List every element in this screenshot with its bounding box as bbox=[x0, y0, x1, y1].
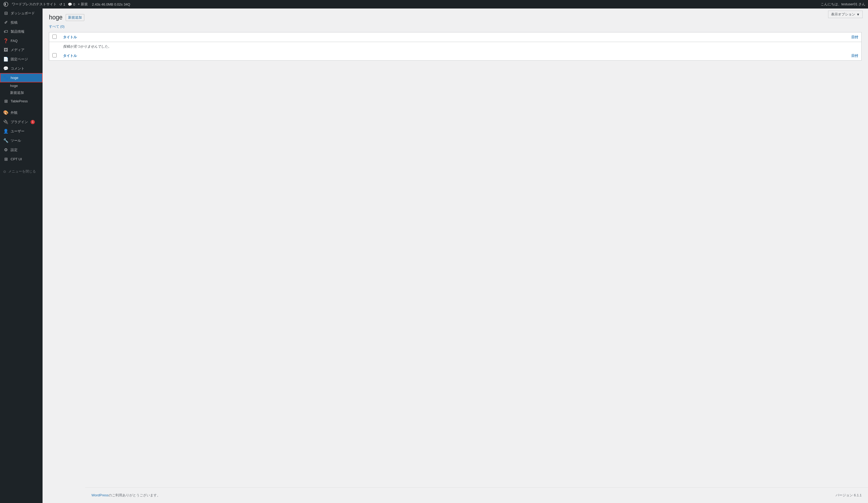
table-footer-date[interactable]: 日付 bbox=[541, 51, 861, 61]
users-icon: 👤 bbox=[3, 129, 9, 134]
posts-label: 投稿 bbox=[11, 20, 18, 25]
sidebar: ⊟ ダッシュボード ✐ 投稿 🏷 製品情報 ❓ FAQ 🖼 メディア 📄 固定ペ… bbox=[0, 9, 43, 503]
plugins-icon: 🔌 bbox=[3, 119, 9, 124]
sidebar-item-appearance[interactable]: 🎨 外観 bbox=[0, 108, 43, 117]
sidebar-item-settings[interactable]: ⚙ 設定 bbox=[0, 145, 43, 155]
wp-wrapper: ⊟ ダッシュボード ✐ 投稿 🏷 製品情報 ❓ FAQ 🖼 メディア 📄 固定ペ… bbox=[0, 9, 868, 503]
sidebar-item-comments[interactable]: 💬 コメント bbox=[0, 64, 43, 73]
sidebar-item-users[interactable]: 👤 ユーザー bbox=[0, 127, 43, 136]
appearance-label: 外観 bbox=[11, 110, 18, 115]
hoge-label: hoge bbox=[11, 76, 18, 80]
svg-point-1 bbox=[5, 3, 6, 6]
settings-label: 設定 bbox=[11, 148, 18, 152]
settings-icon: ⚙ bbox=[3, 147, 9, 152]
sidebar-item-dashboard[interactable]: ⊟ ダッシュボード bbox=[0, 9, 43, 18]
wp-logo-icon[interactable] bbox=[3, 1, 9, 8]
tablepress-icon: ⊞ bbox=[3, 98, 9, 104]
sidebar-item-tablepress[interactable]: ⊞ TablePress bbox=[0, 96, 43, 106]
cpt-ui-icon: ⊞ bbox=[3, 157, 9, 161]
update-count: 1 bbox=[63, 2, 65, 7]
comment-bar-item[interactable]: 💬 0 bbox=[68, 2, 75, 7]
screen-options-button[interactable]: 表示オプション ▼ bbox=[828, 11, 863, 18]
greeting-text: こんにちは、 bbox=[821, 2, 841, 6]
update-icon: ↺ bbox=[59, 2, 62, 7]
page-title: hoge bbox=[49, 14, 62, 21]
filter-bar: すべて (0) bbox=[49, 24, 861, 29]
posts-icon: ✐ bbox=[3, 20, 9, 25]
hoge-icon: 🐾 bbox=[3, 75, 9, 80]
media-icon: 🖼 bbox=[3, 48, 9, 52]
table-footer-title[interactable]: タイトル bbox=[60, 51, 541, 61]
user-info[interactable]: こんにちは、testuser01 さん bbox=[821, 2, 865, 7]
products-icon: 🏷 bbox=[3, 29, 9, 34]
table-footer-checkbox bbox=[49, 51, 60, 61]
plugins-badge: 1 bbox=[31, 120, 35, 124]
table-header-checkbox bbox=[49, 32, 60, 42]
screen-options-arrow: ▼ bbox=[856, 12, 860, 17]
sidebar-item-hoge[interactable]: 🐾 hoge bbox=[0, 73, 43, 82]
new-bar-item[interactable]: + 新規 bbox=[78, 2, 87, 7]
main-content: hoge 新規追加 すべて (0) タイトル 日付 bbox=[43, 9, 868, 487]
media-label: メディア bbox=[11, 48, 24, 52]
appearance-icon: 🎨 bbox=[3, 110, 9, 115]
sidebar-item-plugins[interactable]: 🔌 プラグイン 1 bbox=[0, 117, 43, 127]
sidebar-item-products[interactable]: 🏷 製品情報 bbox=[0, 27, 43, 36]
footer-thanks-text: のご利用ありがとうございます。 bbox=[108, 493, 161, 497]
page-header: hoge 新規追加 bbox=[49, 14, 861, 21]
hoge-add-label: 新規追加 bbox=[10, 91, 24, 95]
sidebar-item-media[interactable]: 🖼 メディア bbox=[0, 45, 43, 54]
wp-footer: WordPressのご利用ありがとうございます。 バージョン 6.1.1 bbox=[85, 487, 868, 503]
faq-icon: ❓ bbox=[3, 38, 9, 43]
footer-version: バージョン 6.1.1 bbox=[836, 493, 861, 498]
select-all-footer-checkbox[interactable] bbox=[52, 53, 56, 57]
sidebar-item-tools[interactable]: 🔧 ツール bbox=[0, 136, 43, 145]
pages-icon: 📄 bbox=[3, 56, 9, 62]
admin-bar: ワードプレスのテストサイト ↺ 1 💬 0 + 新規 2.43s 46.0MB … bbox=[0, 0, 868, 9]
dashboard-label: ダッシュボード bbox=[11, 11, 35, 16]
comment-count: 0 bbox=[73, 2, 75, 7]
tools-label: ツール bbox=[11, 138, 21, 143]
performance-stats: 2.43s 46.0MB 0.02s 34Q bbox=[92, 2, 130, 7]
sidebar-item-pages[interactable]: 📄 固定ページ bbox=[0, 54, 43, 64]
username-text: testuser01 さん bbox=[841, 2, 865, 6]
wordpress-link[interactable]: WordPress bbox=[92, 493, 108, 497]
posts-table: タイトル 日付 投稿が見つかりませんでした。 タイトル bbox=[49, 32, 861, 61]
no-posts-message: 投稿が見つかりませんでした。 bbox=[60, 42, 861, 51]
svg-point-0 bbox=[4, 2, 8, 7]
close-menu-button[interactable]: ⊙ メニューを閉じる bbox=[0, 167, 43, 176]
add-new-button[interactable]: 新規追加 bbox=[66, 14, 84, 21]
screen-options-label: 表示オプション bbox=[831, 12, 855, 17]
comment-icon: 💬 bbox=[68, 2, 72, 7]
footer-thanks: WordPressのご利用ありがとうございます。 bbox=[92, 493, 161, 498]
cpt-ui-label: CPT UI bbox=[11, 157, 22, 161]
hoge-sub-label: hoge bbox=[10, 84, 18, 88]
sidebar-subitem-hoge-add[interactable]: 新規追加 bbox=[0, 89, 43, 96]
filter-all-link[interactable]: すべて (0) bbox=[49, 24, 65, 29]
table-header-title[interactable]: タイトル bbox=[60, 32, 541, 42]
update-bar-item[interactable]: ↺ 1 bbox=[59, 2, 65, 7]
pages-label: 固定ページ bbox=[11, 57, 28, 62]
close-menu-label: メニューを閉じる bbox=[8, 169, 36, 174]
no-posts-row: 投稿が見つかりませんでした。 bbox=[49, 42, 861, 51]
sidebar-item-posts[interactable]: ✐ 投稿 bbox=[0, 18, 43, 27]
no-posts-checkbox-cell bbox=[49, 42, 60, 51]
users-label: ユーザー bbox=[11, 129, 24, 134]
sidebar-item-cpt-ui[interactable]: ⊞ CPT UI bbox=[0, 155, 43, 164]
comments-icon: 💬 bbox=[3, 66, 9, 71]
site-name-text: ワードプレスのテストサイト bbox=[12, 2, 56, 7]
table-header-date[interactable]: 日付 bbox=[541, 32, 861, 42]
new-label: + 新規 bbox=[78, 2, 87, 7]
tools-icon: 🔧 bbox=[3, 138, 9, 143]
close-menu-icon: ⊙ bbox=[3, 170, 6, 174]
dashboard-icon: ⊟ bbox=[3, 11, 9, 16]
sidebar-item-faq[interactable]: ❓ FAQ bbox=[0, 36, 43, 45]
products-label: 製品情報 bbox=[11, 29, 24, 34]
plugins-label: プラグイン bbox=[11, 119, 28, 124]
site-name-bar[interactable]: ワードプレスのテストサイト bbox=[12, 2, 56, 7]
comments-label: コメント bbox=[11, 66, 24, 71]
tablepress-label: TablePress bbox=[11, 99, 28, 103]
faq-label: FAQ bbox=[11, 39, 18, 43]
sidebar-subitem-hoge[interactable]: hoge bbox=[0, 82, 43, 89]
select-all-checkbox[interactable] bbox=[52, 34, 56, 39]
